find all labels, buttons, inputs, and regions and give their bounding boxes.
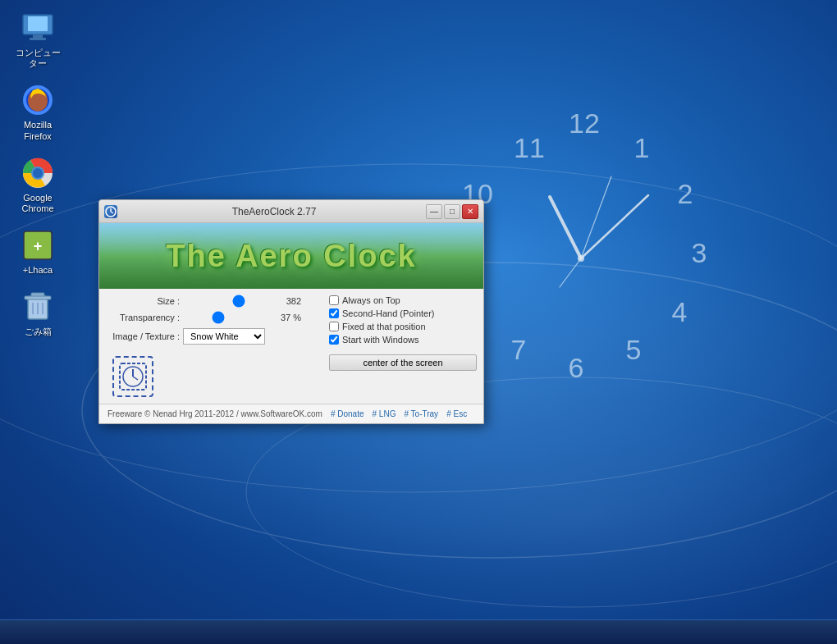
clock-hour-hand [550, 197, 581, 258]
app-controls: Size : 382 Transparency : 37 % Image / T… [99, 289, 483, 404]
chrome-icon-svg [21, 157, 54, 190]
footer-totray[interactable]: # To-Tray [404, 409, 438, 418]
footer-lng[interactable]: # LNG [373, 409, 396, 418]
always-on-top-row: Always on Top [329, 295, 477, 305]
taskbar [0, 619, 837, 644]
footer-donate[interactable]: # Donate [331, 409, 364, 418]
clock-app-icon-svg [105, 206, 117, 217]
transparency-slider[interactable] [183, 312, 273, 323]
fixed-position-label: Fixed at that position [342, 322, 426, 331]
always-on-top-label: Always on Top [342, 295, 400, 305]
clock-12: 12 [569, 107, 600, 139]
clock-preview-svg [118, 362, 148, 391]
clock-second-hand [581, 176, 611, 258]
start-windows-row: Start with Windows [329, 335, 477, 345]
minimize-button[interactable]: — [426, 204, 442, 219]
clock-3: 3 [692, 237, 707, 268]
firefox-icon-svg [21, 84, 54, 116]
transparency-value: 37 % [277, 313, 301, 322]
clock-2: 2 [678, 178, 693, 209]
clock-preview-box [112, 356, 153, 397]
svg-rect-6 [30, 38, 46, 40]
firefox-icon-label: Mozilla Firefox [11, 120, 64, 141]
svg-rect-16 [25, 296, 51, 299]
clock-minute-hand [581, 195, 648, 258]
window-app-icon [104, 205, 117, 218]
desktop-icons-container: コンピューター Mozilla Firefox Google Chrome [8, 8, 67, 341]
controls-left: Size : 382 Transparency : 37 % Image / T… [106, 295, 322, 397]
always-on-top-checkbox[interactable] [329, 295, 339, 305]
transparency-label: Transparency : [106, 313, 180, 322]
footer-copyright: Freeware © Nenad Hrg 2011-2012 / www.Sof… [107, 409, 322, 418]
window-title: TheAeroClock 2.77 [122, 206, 426, 217]
clock-svg: 12 1 2 3 4 5 6 7 8 9 10 11 [451, 98, 730, 410]
start-windows-label: Start with Windows [342, 335, 419, 345]
clock-second-balance [560, 258, 581, 287]
window-controls: — □ ✕ [426, 204, 478, 219]
texture-select[interactable]: Snow White Default Black Blue Glass [183, 328, 265, 345]
controls-right: Always on Top Second-Hand (Pointer) Fixe… [329, 295, 477, 397]
clock-4: 4 [672, 296, 688, 327]
size-value: 382 [277, 296, 301, 306]
lhaca-icon-svg: + [22, 230, 53, 261]
svg-line-26 [133, 377, 138, 380]
second-hand-row: Second-Hand (Pointer) [329, 308, 477, 318]
size-control-row: Size : 382 [106, 295, 322, 307]
svg-rect-4 [28, 16, 48, 31]
chrome-icon-label: Google Chrome [11, 193, 64, 214]
footer-esc[interactable]: # Esc [446, 409, 467, 418]
lhaca-icon-label: +Lhaca [23, 265, 53, 276]
app-banner: The Aero Clock [99, 223, 483, 289]
app-window: TheAeroClock 2.77 — □ ✕ The Aero Clock S… [98, 199, 484, 424]
banner-text: The Aero Clock [166, 239, 416, 274]
size-label: Size : [106, 296, 180, 306]
svg-text:+: + [34, 238, 43, 254]
svg-line-22 [111, 212, 113, 213]
desktop-icon-chrome[interactable]: Google Chrome [8, 153, 67, 217]
clock-7: 7 [511, 334, 527, 365]
texture-control-row: Image / Texture : Snow White Default Bla… [106, 328, 322, 345]
desktop-icon-trash[interactable]: ごみ箱 [8, 287, 67, 340]
texture-label: Image / Texture : [106, 331, 180, 341]
clock-1: 1 [634, 132, 650, 163]
desktop-icon-computer[interactable]: コンピューター [8, 8, 67, 72]
computer-icon-svg [21, 13, 54, 43]
clock-11: 11 [514, 132, 545, 163]
clock-5: 5 [626, 334, 642, 365]
center-screen-button[interactable]: center of the screen [329, 354, 477, 371]
desktop-icon-firefox[interactable]: Mozilla Firefox [8, 80, 67, 144]
trash-icon-svg [23, 290, 53, 324]
start-windows-checkbox[interactable] [329, 335, 339, 345]
window-titlebar: TheAeroClock 2.77 — □ ✕ [99, 200, 483, 223]
fixed-position-row: Fixed at that position [329, 322, 477, 331]
fixed-position-checkbox[interactable] [329, 322, 339, 331]
second-hand-checkbox[interactable] [329, 308, 339, 318]
close-button[interactable]: ✕ [462, 204, 478, 219]
size-slider[interactable] [183, 295, 273, 307]
clock-6: 6 [569, 352, 584, 383]
transparency-control-row: Transparency : 37 % [106, 312, 322, 323]
clock-center-dot [578, 255, 584, 262]
svg-rect-5 [33, 34, 43, 38]
second-hand-label: Second-Hand (Pointer) [342, 308, 435, 318]
desktop-icon-lhaca[interactable]: + +Lhaca [8, 226, 67, 279]
app-footer: Freeware © Nenad Hrg 2011-2012 / www.Sof… [99, 404, 483, 423]
restore-button[interactable]: □ [444, 204, 460, 219]
svg-point-11 [33, 168, 43, 178]
computer-icon-label: コンピューター [11, 48, 64, 69]
trash-icon-label: ごみ箱 [25, 327, 52, 337]
analog-clock: 12 1 2 3 4 5 6 7 8 9 10 11 [451, 98, 730, 410]
